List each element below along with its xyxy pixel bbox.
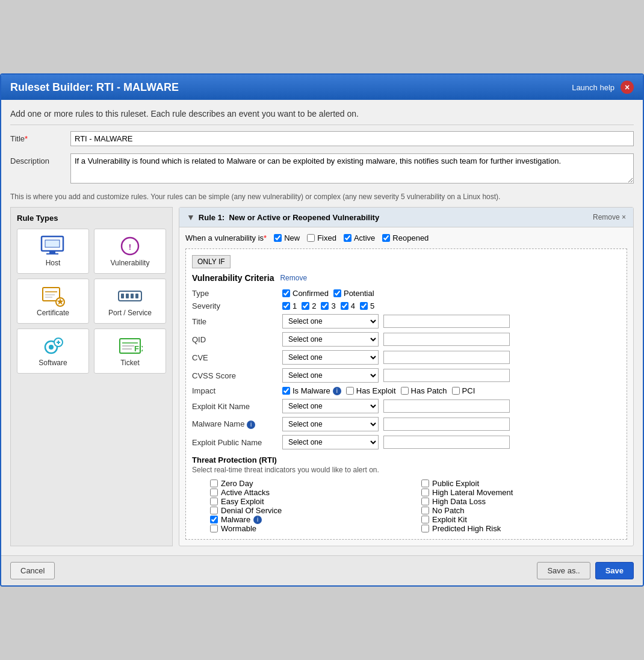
confirmed-checkbox[interactable] <box>282 289 290 297</box>
type-item-host[interactable]: Host <box>17 229 89 274</box>
dialog: Ruleset Builder: RTI - MALWARE Launch he… <box>0 73 644 587</box>
exploit-kit-label: Exploit Kit <box>432 515 467 524</box>
svg-rect-15 <box>131 294 134 298</box>
checkbox-new: New <box>274 233 300 242</box>
potential-checkbox[interactable] <box>333 289 341 297</box>
wormable-checkbox[interactable] <box>210 525 218 532</box>
exploit-kit-checkbox[interactable] <box>421 516 429 523</box>
main-content: Rule Types Host <box>10 207 634 546</box>
malware-threat-info-icon[interactable]: i <box>253 516 262 524</box>
type-criteria-controls: Confirmed Potential <box>282 289 374 298</box>
description-textarea[interactable]: If a Vulnerability is found which is rel… <box>70 153 634 184</box>
remove-rule-button[interactable]: Remove × <box>593 213 626 221</box>
checkbox-has-exploit: Has Exploit <box>346 386 396 395</box>
criteria-row-cvss: CVSS Score Select one <box>192 368 621 383</box>
cve-text-input[interactable] <box>383 351 510 364</box>
type-label-vulnerability: Vulnerability <box>101 259 159 267</box>
svg-text:!: ! <box>129 242 131 251</box>
type-item-port-service[interactable]: Port / Service <box>94 279 166 324</box>
save-as-button[interactable]: Save as.. <box>537 562 590 579</box>
malware-name-info-icon[interactable]: i <box>247 421 255 429</box>
save-button[interactable]: Save <box>595 562 634 579</box>
title-select[interactable]: Select one <box>282 314 379 328</box>
launch-help-link[interactable]: Launch help <box>572 83 615 92</box>
type-item-ticket[interactable]: FIX Ticket <box>94 328 166 374</box>
collapse-button[interactable]: ▼ <box>187 212 195 222</box>
is-malware-info-icon[interactable]: i <box>333 387 341 395</box>
threat-grid: Zero Day Active Attacks <box>192 479 621 533</box>
type-item-certificate[interactable]: ★ Certificate <box>17 279 89 324</box>
pci-checkbox[interactable] <box>452 387 460 395</box>
exploit-public-name-input[interactable] <box>383 436 510 449</box>
has-exploit-label: Has Exploit <box>356 386 396 395</box>
sev4-checkbox[interactable] <box>341 302 348 310</box>
threat-item-easy-exploit: Easy Exploit <box>210 497 409 506</box>
active-checkbox[interactable] <box>344 234 351 242</box>
title-input[interactable] <box>70 131 634 146</box>
threat-item-high-data-loss: High Data Loss <box>421 497 621 506</box>
rule-title: Rule 1: New or Active or Reopened Vulner… <box>199 213 379 222</box>
wormable-label: Wormable <box>221 524 256 533</box>
only-if-button[interactable]: ONLY IF <box>192 255 231 268</box>
has-exploit-checkbox[interactable] <box>346 387 354 395</box>
sev3-checkbox[interactable] <box>321 302 329 310</box>
has-patch-label: Has Patch <box>411 386 447 395</box>
malware-name-controls: Select one <box>282 417 510 431</box>
predicted-high-risk-checkbox[interactable] <box>421 525 429 532</box>
no-patch-checkbox[interactable] <box>421 507 429 514</box>
criteria-row-qid: QID Select one <box>192 332 621 347</box>
qid-select[interactable]: Select one <box>282 332 379 347</box>
threat-col1: Zero Day Active Attacks <box>210 479 409 533</box>
is-malware-checkbox[interactable] <box>282 387 290 395</box>
qid-text-input[interactable] <box>383 333 510 346</box>
active-attacks-checkbox[interactable] <box>210 489 218 496</box>
cvss-text-input[interactable] <box>383 369 510 382</box>
criteria-row-impact: Impact Is Malware i <box>192 386 621 395</box>
close-button[interactable]: × <box>621 81 634 94</box>
malware-name-select[interactable]: Select one <box>282 417 379 431</box>
high-lateral-movement-checkbox[interactable] <box>421 489 429 496</box>
title-row: Title* <box>10 131 634 146</box>
malware-threat-checkbox[interactable] <box>210 516 218 523</box>
type-item-software[interactable]: Software <box>17 328 89 374</box>
type-label-host: Host <box>23 259 82 267</box>
exploit-kit-name-label: Exploit Kit Name <box>192 402 282 411</box>
type-item-vulnerability[interactable]: ! Vulnerability <box>94 229 166 274</box>
type-label-certificate: Certificate <box>23 309 82 317</box>
exploit-public-name-label: Exploit Public Name <box>192 438 282 447</box>
vulnerability-icon: ! <box>117 235 143 257</box>
threat-item-predicted-high: Predicted High Risk <box>421 524 621 533</box>
dialog-title: Ruleset Builder: RTI - MALWARE <box>10 81 179 94</box>
criteria-row-type: Type Confirmed Potential <box>192 289 621 298</box>
exploit-kit-name-input[interactable] <box>383 399 510 413</box>
sev5-checkbox[interactable] <box>360 302 368 310</box>
title-text-input[interactable] <box>383 315 510 328</box>
public-exploit-checkbox[interactable] <box>421 480 429 487</box>
new-checkbox[interactable] <box>274 234 282 242</box>
sev1-checkbox[interactable] <box>282 302 290 310</box>
easy-exploit-checkbox[interactable] <box>210 498 218 505</box>
checkbox-sev5: 5 <box>360 301 374 310</box>
title-label: Title* <box>10 131 70 143</box>
cancel-button[interactable]: Cancel <box>10 562 55 579</box>
has-patch-checkbox[interactable] <box>401 387 409 395</box>
checkbox-is-malware: Is Malware i <box>282 386 341 395</box>
checkbox-sev2: 2 <box>302 301 316 310</box>
criteria-remove-link[interactable]: Remove <box>280 274 307 282</box>
threat-section: Threat Protection (RTI) Select real-time… <box>192 455 621 533</box>
certificate-icon: ★ <box>40 285 66 307</box>
zero-day-checkbox[interactable] <box>210 480 218 487</box>
description-row: Description If a Vulnerability is found … <box>10 153 634 185</box>
exploit-kit-name-select[interactable]: Select one <box>282 399 379 413</box>
cvss-criteria-label: CVSS Score <box>192 371 282 380</box>
malware-name-input[interactable] <box>383 418 510 431</box>
denial-of-service-checkbox[interactable] <box>210 507 218 514</box>
cve-select[interactable]: Select one <box>282 350 379 365</box>
type-grid: Host ! Vulnerability <box>17 229 166 374</box>
exploit-public-name-select[interactable]: Select one <box>282 435 379 449</box>
sev2-checkbox[interactable] <box>302 302 309 310</box>
fixed-checkbox[interactable] <box>307 234 315 242</box>
high-data-loss-checkbox[interactable] <box>421 498 429 505</box>
reopened-checkbox[interactable] <box>382 234 390 242</box>
cvss-select[interactable]: Select one <box>282 368 379 383</box>
